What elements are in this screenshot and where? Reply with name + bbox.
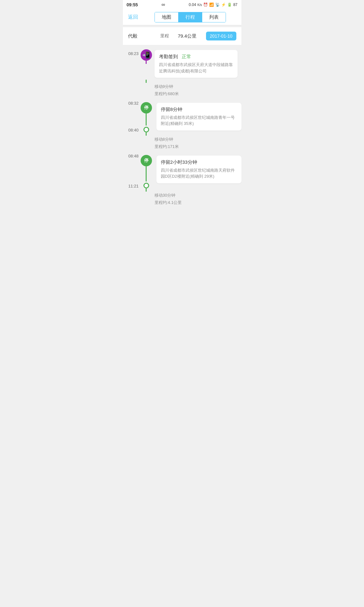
card-title-1: 考勤签到 正常 [159,54,233,60]
movement-mileage-1: 里程约:680米 [155,90,238,97]
line-purple-1 [146,61,147,64]
small-circle-2 [143,127,149,132]
movement-3: 移动30分钟 里程约:4.1公里 [123,188,241,210]
status-bar: 09:55 ∞ 0.04 K/s ⏰ 📶 📡 ⚡ 🔋 87 [123,0,241,9]
clock-icon: ⏰ [203,3,208,7]
movement-content-3: 移动30分钟 里程约:4.1公里 [153,188,238,210]
time-end-2: 08:40 [123,128,139,132]
movement-line-green-1 [146,80,147,83]
tab-list[interactable]: 列表 [202,12,226,22]
card-title-3: 停留2小时33分钟 [161,159,237,165]
stop-line-3 [146,166,147,181]
stop-line-col-2: 停 [140,101,153,132]
tab-itinerary[interactable]: 行程 [179,12,202,22]
movement-1: 移动9分钟 里程约:680米 [123,80,241,101]
timeline-entry-1: 08:23 📲 考勤签到 正常 四川省成都市武侯区天府大道中段辅路靠近腾讯科技(… [123,48,241,80]
card-1: 考勤签到 正常 四川省成都市武侯区天府大道中段辅路靠近腾讯科技(成都)有限公司 [155,50,238,78]
small-circle-3 [143,183,149,188]
stop-card-col-2: 停留8分钟 四川省成都市武侯区世纪城南路青年一号附近(精确到 35米) [153,101,241,132]
stop-times-2: 08:32 08:40 [123,101,140,132]
card-2: 停留8分钟 四川省成都市武侯区世纪城南路青年一号附近(精确到 35米) [156,103,241,131]
time-start-2: 08:32 [123,101,139,106]
card-3: 停留2小时33分钟 四川省成都市武侯区世纪城南路天府软件园D区D2楼附近(精确到… [156,156,241,183]
card-address-2: 四川省成都市武侯区世纪城南路青年一号附近(精确到 35米) [161,114,237,127]
status-speed-unit: K/s [197,3,202,7]
movement-2: 移动8分钟 里程约:171米 [123,132,241,154]
stop-times-3: 08:48 11:21 [123,154,140,188]
top-nav: 返回 地图 行程 列表 [123,9,241,25]
status-time: 09:55 [127,2,138,7]
status-right: 0.04 K/s ⏰ 📶 📡 ⚡ 🔋 87 [189,3,237,7]
movement-line-col-3 [140,188,153,192]
stop-block-2: 08:32 08:40 停 停留8分钟 四川省成都市武侯区世纪城南路青年一号附近… [123,101,241,132]
movement-line-col-1 [140,80,153,83]
movement-mileage-3: 里程约:4.1公里 [155,199,238,206]
wifi-icon: 📶 [209,3,214,7]
stop-line-col-3: 停 [140,154,153,188]
movement-line-col-2 [140,132,153,136]
user-name: 代毅 [128,33,137,39]
mileage-value: 79.4公里 [178,33,197,39]
stop-inner-3: 08:48 11:21 停 停留2小时33分钟 四川省成都市武侯区世纪城南路天府… [123,154,241,188]
time-start-1: 08:23 [123,48,140,56]
battery-icon: 🔋 [227,3,232,7]
info-bar: 代毅 里程 79.4公里 2017-01-10 [123,27,241,45]
movement-line-green-3 [146,188,147,192]
stop-card-col-3: 停留2小时33分钟 四川省成都市武侯区世纪城南路天府软件园D区D2楼附近(精确到… [153,154,241,188]
line-col-1: 📲 [140,48,153,64]
stop-inner-2: 08:32 08:40 停 停留8分钟 四川省成都市武侯区世纪城南路青年一号附近… [123,101,241,132]
card-address-1: 四川省成都市武侯区天府大道中段辅路靠近腾讯科技(成都)有限公司 [159,62,233,74]
movement-mileage-2: 里程约:171米 [155,143,238,150]
timeline: 08:23 📲 考勤签到 正常 四川省成都市武侯区天府大道中段辅路靠近腾讯科技(… [123,45,241,216]
movement-duration-2: 移动8分钟 [155,136,238,143]
movement-content-2: 移动8分钟 里程约:171米 [153,132,238,154]
status-speed: 0.04 [189,3,196,7]
status-infinity: ∞ [161,2,165,8]
date-badge: 2017-01-10 [206,32,236,40]
back-button[interactable]: 返回 [128,14,138,21]
stop-icon-3: 停 [141,155,152,166]
lightning-icon: ⚡ [221,3,226,7]
time-end-3: 11:21 [123,184,139,188]
movement-duration-1: 移动9分钟 [155,83,238,90]
fingerprint-icon: 📲 [141,49,152,61]
movement-line-green-2 [146,132,147,136]
time-start-3: 08:48 [123,154,139,158]
stop-line-2 [146,113,147,126]
tab-map[interactable]: 地图 [155,12,179,22]
stop-icon-2: 停 [141,102,152,113]
signal-icon: 📡 [215,3,220,7]
stop-block-3: 08:48 11:21 停 停留2小时33分钟 四川省成都市武侯区世纪城南路天府… [123,154,241,188]
card-address-3: 四川省成都市武侯区世纪城南路天府软件园D区D2楼附近(精确到 29米) [161,167,237,180]
movement-duration-3: 移动30分钟 [155,192,238,199]
status-normal-1: 正常 [182,54,191,59]
mileage-label: 里程 [160,33,169,39]
card-title-2: 停留8分钟 [161,107,237,113]
battery-level: 87 [233,3,237,7]
movement-content-1: 移动9分钟 里程约:680米 [153,80,238,101]
tab-group: 地图 行程 列表 [155,12,226,22]
